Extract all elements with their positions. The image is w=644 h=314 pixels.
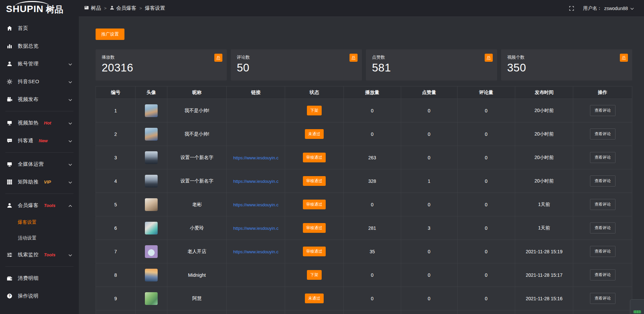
sidebar-item-matrix-boost[interactable]: 矩阵助推 VIP xyxy=(0,173,79,191)
cell-plays xyxy=(343,310,401,314)
sidebar-subitem-activity-settings[interactable]: 活动设置 xyxy=(0,230,79,246)
content: 推广设置 播放数 20316 总 评论数 50 总 点赞数 581 总 视频个数… xyxy=(79,17,644,314)
video-link[interactable]: https://www.iesdouyin.c xyxy=(233,155,278,160)
sidebar-item-doukotong[interactable]: 抖客通 New xyxy=(0,132,79,150)
sidebar-item-consumption-detail[interactable]: 消费明细 xyxy=(0,269,79,287)
sidebar-subitem-baoke-settings[interactable]: 爆客设置 xyxy=(0,214,79,230)
sidebar-item-operation-guide[interactable]: ? 操作说明 xyxy=(0,287,79,305)
cell-comments: 0 xyxy=(457,287,515,310)
view-comments-button[interactable]: 查看评论 xyxy=(590,222,615,233)
user-area: 用户名：zswodun88 xyxy=(569,5,634,11)
cell-nickname xyxy=(167,310,226,314)
breadcrumb-item-member-baoke[interactable]: 会员爆客 xyxy=(110,5,137,11)
sidebar-item-douyin-seo[interactable]: 抖音SEO xyxy=(0,73,79,91)
sidebar-menu: 首页 数据总览 账号管理 抖音SEO 视频发布 视频加热 Hot xyxy=(0,19,79,305)
cell-status: 下架 xyxy=(285,263,343,287)
cell-nickname: 小爱玲 xyxy=(167,216,226,240)
cell-action: 查看评论 xyxy=(573,263,632,287)
cell-time: 1天前 xyxy=(515,193,573,216)
sidebar-item-home[interactable]: 首页 xyxy=(0,19,79,37)
total-badge: 总 xyxy=(620,54,628,62)
sidebar-item-label: 视频加热 xyxy=(18,120,39,126)
cell-no: 8 xyxy=(96,263,136,287)
fullscreen-icon[interactable] xyxy=(569,6,574,11)
col-header-nickname: 昵称 xyxy=(167,87,226,99)
floating-widget[interactable] xyxy=(630,299,644,314)
cell-nickname: 阿慧 xyxy=(167,287,226,310)
cell-nickname: 我不是小帅! xyxy=(167,122,226,146)
promotion-settings-button[interactable]: 推广设置 xyxy=(96,29,124,40)
cell-plays: 0 xyxy=(343,287,401,310)
sidebar-item-account-management[interactable]: 账号管理 xyxy=(0,55,79,73)
logo-arc xyxy=(15,1,50,6)
view-comments-button[interactable]: 查看评论 xyxy=(590,269,615,280)
tools-badge: Tools xyxy=(44,203,55,208)
cell-time: 2021-11-28 15:17 xyxy=(515,263,573,287)
hot-badge: Hot xyxy=(44,120,51,125)
table-row: 6 小爱玲 https://www.iesdouyin.c 审核通过 281 3… xyxy=(96,216,632,240)
sidebar-item-label: 会员爆客 xyxy=(18,202,39,209)
cell-comments: 0 xyxy=(457,146,515,169)
cell-time: 1天前 xyxy=(515,216,573,240)
username: zswodun88 xyxy=(604,6,628,11)
tools-badge: Tools xyxy=(44,252,55,257)
cell-comments: 0 xyxy=(457,122,515,146)
home-icon xyxy=(7,25,13,31)
cell-nickname: 设置一个新名字 xyxy=(167,146,226,169)
sidebar-item-label: 矩阵助推 xyxy=(18,179,39,185)
sidebar-item-clue-monitor[interactable]: 线索监控 Tools xyxy=(0,246,79,264)
app-logo[interactable]: SHUPIN 树品 xyxy=(0,0,79,17)
cell-status: 审核通过 xyxy=(285,169,343,193)
cell-nickname: 我不是小帅! xyxy=(167,99,226,122)
cell-avatar xyxy=(136,263,167,287)
cell-avatar xyxy=(136,240,167,263)
cell-action: 查看评论 xyxy=(573,216,632,240)
sidebar-item-video-publish[interactable]: 视频发布 xyxy=(0,91,79,108)
cell-avatar xyxy=(136,122,167,146)
table-row: 3 设置一个新名字 https://www.iesdouyin.c 审核通过 2… xyxy=(96,146,632,169)
view-comments-button[interactable]: 查看评论 xyxy=(590,175,615,187)
view-comments-button[interactable]: 查看评论 xyxy=(590,293,615,304)
cell-plays: 263 xyxy=(343,146,401,169)
sidebar-item-member-baoke[interactable]: 会员爆客 Tools xyxy=(0,197,79,214)
cell-action: 查看评论 xyxy=(573,122,632,146)
cell-plays: 35 xyxy=(343,240,401,263)
breadcrumb-item-home[interactable]: 树品 xyxy=(84,5,101,11)
video-link[interactable]: https://www.iesdouyin.c xyxy=(233,226,278,231)
sidebar-item-video-heat[interactable]: 视频加热 Hot xyxy=(0,114,79,132)
view-comments-button[interactable]: 查看评论 xyxy=(590,246,615,257)
stat-label: 视频个数 xyxy=(507,54,626,60)
view-comments-button[interactable]: 查看评论 xyxy=(590,105,615,116)
status-badge: 未通过 xyxy=(305,294,324,303)
sidebar-subitem-label: 活动设置 xyxy=(18,235,37,241)
main-area: 树品 > 会员爆客 > 爆客设置 用户名：zswodun88 推广设置 播放数 xyxy=(79,0,644,314)
user-icon xyxy=(110,5,114,11)
sidebar-divider xyxy=(5,111,73,111)
cell-nickname: 老人开店 xyxy=(167,240,226,263)
cell-plays: 0 xyxy=(343,193,401,216)
cell-link xyxy=(227,287,285,310)
video-link[interactable]: https://www.iesdouyin.c xyxy=(233,179,278,184)
user-menu[interactable]: 用户名：zswodun88 xyxy=(583,5,634,11)
view-comments-button[interactable]: 查看评论 xyxy=(590,199,615,210)
cell-nickname: 设置一个新名字 xyxy=(167,169,226,193)
avatar xyxy=(145,269,158,281)
view-comments-button[interactable]: 查看评论 xyxy=(590,128,615,140)
video-link[interactable]: https://www.iesdouyin.c xyxy=(233,249,278,254)
cell-link xyxy=(227,263,285,287)
sidebar-item-label: 数据总览 xyxy=(18,43,39,49)
sidebar-item-data-overview[interactable]: 数据总览 xyxy=(0,37,79,55)
sidebar-item-label: 账号管理 xyxy=(18,61,39,67)
video-link[interactable]: https://www.iesdouyin.c xyxy=(233,202,278,207)
col-header-plays: 播放量 xyxy=(343,87,401,99)
sidebar-item-omnimedia[interactable]: 全媒体运营 xyxy=(0,155,79,173)
cell-action: 查看评论 xyxy=(573,146,632,169)
cell-likes: 0 xyxy=(401,193,457,216)
view-comments-button[interactable]: 查看评论 xyxy=(590,152,615,163)
stat-card-comments: 评论数 50 总 xyxy=(231,49,362,81)
cell-likes: 0 xyxy=(401,122,457,146)
status-badge: 下架 xyxy=(307,106,322,115)
cell-nickname: 老彬 xyxy=(167,193,226,216)
stat-card-likes: 点赞数 581 总 xyxy=(366,49,497,81)
table-row: 9 阿慧 未通过 0 0 0 2021-11-28 15:16 查看评论 xyxy=(96,287,632,310)
